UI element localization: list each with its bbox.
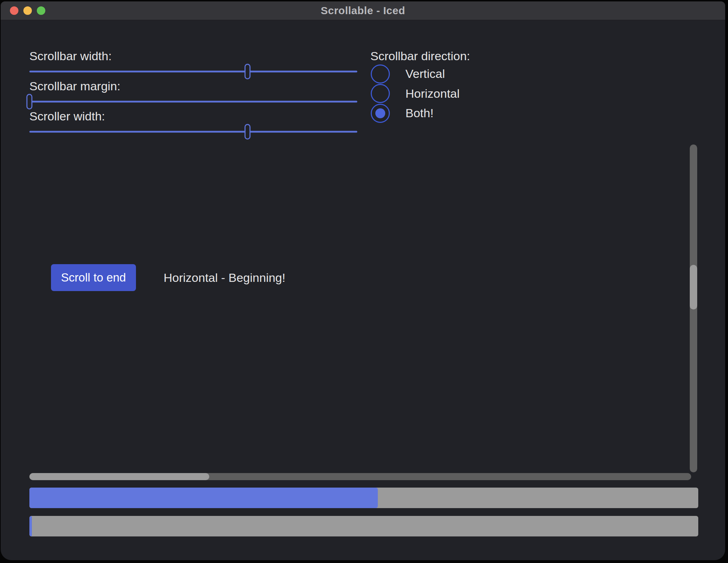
scroll-to-end-label: Scroll to end [61, 271, 126, 284]
slider-rail[interactable] [29, 71, 357, 73]
zoom-button[interactable] [37, 6, 45, 15]
horizontal-scrollbar-thumb[interactable] [29, 473, 209, 480]
radio-horizontal-label: Horizontal [405, 87, 460, 101]
radio-vertical[interactable]: Vertical [371, 64, 460, 84]
titlebar: Scrollable - Iced [1, 1, 725, 20]
scrollbar-margin-label: Scrollbar margin: [29, 79, 120, 93]
scroller-width-label: Scroller width: [29, 109, 105, 124]
radio-horizontal[interactable]: Horizontal [371, 84, 460, 104]
horizontal-scrollbar-track[interactable] [29, 473, 691, 480]
scrollbar-width-label: Scrollbar width: [29, 49, 112, 63]
radio-circle-icon[interactable] [371, 104, 390, 123]
scroll-status-text: Horizontal - Beginning! [164, 264, 285, 291]
scrollbar-direction-label: Scrollbar direction: [370, 49, 470, 63]
radio-vertical-label: Vertical [405, 67, 445, 81]
scrollbar-margin-slider[interactable] [29, 93, 357, 110]
radio-circle-icon[interactable] [371, 84, 390, 103]
scrollbar-width-slider[interactable] [29, 63, 357, 80]
scrollbar-direction-group: Vertical Horizontal Both! [371, 64, 460, 123]
vertical-progress-bar [29, 516, 698, 536]
radio-both-label: Both! [405, 106, 433, 120]
progress-fill [29, 488, 378, 508]
progress-fill [29, 516, 32, 536]
vertical-scrollbar-track[interactable] [690, 144, 697, 472]
scroll-to-end-button[interactable]: Scroll to end [51, 264, 136, 291]
radio-both[interactable]: Both! [371, 103, 460, 123]
app-window: Scrollable - Iced Scrollbar width: Scrol… [1, 1, 725, 560]
slider-handle[interactable] [244, 124, 250, 140]
horizontal-progress-bar [29, 488, 698, 508]
radio-circle-icon[interactable] [371, 64, 390, 84]
scroller-width-slider[interactable] [29, 124, 357, 140]
slider-rail[interactable] [29, 101, 357, 103]
slider-handle[interactable] [244, 64, 250, 79]
radio-dot-icon [375, 108, 385, 118]
close-button[interactable] [10, 6, 18, 15]
traffic-lights [10, 6, 45, 15]
vertical-scrollbar-thumb[interactable] [690, 265, 697, 309]
slider-handle[interactable] [27, 94, 33, 109]
window-title: Scrollable - Iced [321, 5, 405, 17]
slider-rail[interactable] [29, 131, 357, 133]
minimize-button[interactable] [23, 6, 32, 15]
